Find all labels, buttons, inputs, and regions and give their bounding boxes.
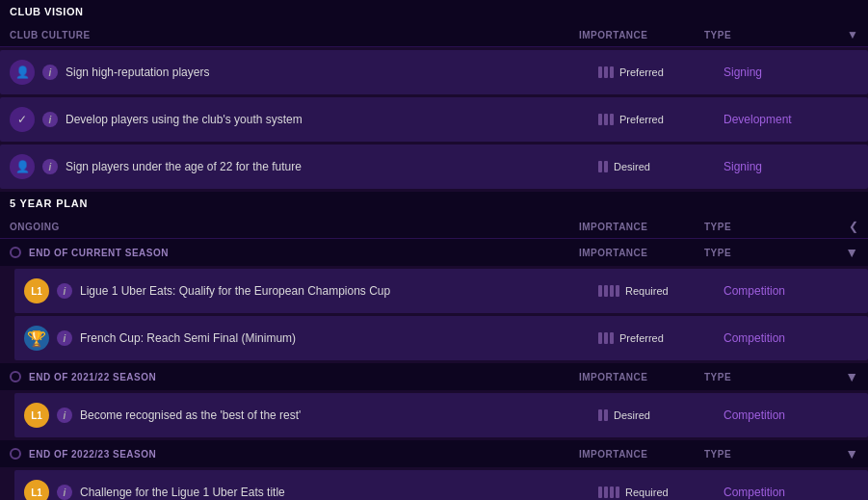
ligue1-icon-2122: L1 <box>24 403 49 428</box>
culture-importance-2: Preferred <box>598 114 723 125</box>
bar <box>598 161 602 172</box>
season-row-label-2: French Cup: Reach Semi Final (Minimum) <box>80 331 598 345</box>
culture-label-2: Develop players using the club's youth s… <box>66 113 598 126</box>
culture-row-3: 👤 i Sign players under the age of 22 for… <box>0 145 868 189</box>
season-2122-type: Competition <box>723 408 858 422</box>
season-row-2: 🏆 i French Cup: Reach Semi Final (Minimu… <box>14 316 868 360</box>
bar <box>616 285 619 297</box>
season-2223-rows: L1 i Challenge for the Ligue 1 Uber Eats… <box>0 470 868 500</box>
current-season-section: END OF CURRENT SEASON IMPORTANCE TYPE ▼ … <box>0 239 868 360</box>
bar <box>604 66 608 78</box>
culture-row-1: 👤 i Sign high-reputation players Preferr… <box>0 50 868 94</box>
importance-text-1: Preferred <box>619 66 664 78</box>
season-2223-type-col: TYPE <box>704 449 839 460</box>
bar <box>604 114 608 125</box>
french-cup-icon: 🏆 <box>24 326 49 351</box>
season-2223-type: Competition <box>723 486 858 499</box>
season-2122-importance: Desired <box>598 409 723 421</box>
season-2122-row-1: L1 i Become recognised as the 'best of t… <box>14 393 868 437</box>
bar <box>610 66 614 78</box>
bar <box>604 285 608 297</box>
bar <box>610 332 614 344</box>
current-season-dot <box>10 247 21 258</box>
bar <box>610 487 614 498</box>
importance-text-3: Desired <box>614 161 650 172</box>
ongoing-label: ONGOING <box>10 222 579 232</box>
bar <box>598 487 602 498</box>
culture-type-3: Signing <box>723 160 858 173</box>
importance-bars-1 <box>598 66 614 78</box>
club-culture-chevron[interactable]: ▼ <box>839 28 858 41</box>
ongoing-importance-col: IMPORTANCE <box>579 222 704 232</box>
season-2223-imp-col: IMPORTANCE <box>579 449 704 460</box>
season-2223-row-1: L1 i Challenge for the Ligue 1 Uber Eats… <box>14 470 868 500</box>
bar <box>598 285 602 297</box>
culture-importance-1: Preferred <box>598 66 723 78</box>
club-culture-label: CLUB CULTURE <box>10 30 579 40</box>
info-icon-2223[interactable]: i <box>57 485 72 500</box>
culture-label-1: Sign high-reputation players <box>66 66 598 79</box>
season-bars-1 <box>598 285 619 297</box>
season-importance-2: Preferred <box>598 332 723 344</box>
club-culture-header: CLUB CULTURE IMPORTANCE TYPE ▼ <box>0 23 868 47</box>
season-2223-importance: Required <box>598 487 723 498</box>
current-season-imp-col: IMPORTANCE <box>579 248 704 258</box>
importance-bars-3 <box>598 161 608 172</box>
youth-icon: ✓ <box>10 107 35 132</box>
ongoing-chevron[interactable]: ❮ <box>839 220 858 233</box>
bar <box>604 487 608 498</box>
bar <box>610 114 614 125</box>
info-icon-2[interactable]: i <box>42 112 58 127</box>
ongoing-header: ONGOING IMPORTANCE TYPE ❮ <box>0 215 868 239</box>
person-icon-3: 👤 <box>10 154 35 179</box>
season-2122-imp-text: Desired <box>614 409 650 421</box>
bar <box>610 285 614 297</box>
season-2122-section: END OF 2021/22 SEASON IMPORTANCE TYPE ▼ … <box>0 363 868 437</box>
importance-text-2: Preferred <box>619 114 664 125</box>
info-icon-3[interactable]: i <box>42 159 58 174</box>
bar <box>598 332 602 344</box>
culture-type-2: Development <box>723 113 858 126</box>
season-2122-imp-col: IMPORTANCE <box>579 372 704 382</box>
season-2223-bars <box>598 487 619 498</box>
culture-importance-3: Desired <box>598 161 723 172</box>
bar <box>616 487 619 498</box>
ligue1-icon-1: L1 <box>24 278 49 303</box>
info-icon-s2[interactable]: i <box>57 330 72 346</box>
season-bars-2 <box>598 332 614 344</box>
season-type-1: Competition <box>723 284 858 298</box>
season-2122-type-col: TYPE <box>704 372 839 382</box>
culture-type-1: Signing <box>723 66 858 79</box>
bar <box>604 332 608 344</box>
season-2122-rows: L1 i Become recognised as the 'best of t… <box>0 393 868 437</box>
current-season-chevron[interactable]: ▼ <box>839 245 858 260</box>
bar <box>598 409 602 421</box>
importance-bars-2 <box>598 114 614 125</box>
bar <box>598 114 602 125</box>
season-importance-1: Required <box>598 285 723 297</box>
info-icon-s1[interactable]: i <box>57 283 72 299</box>
season-2122-chevron[interactable]: ▼ <box>839 369 858 384</box>
season-2223-imp-text: Required <box>625 487 669 498</box>
season-2223-section: END OF 2022/23 SEASON IMPORTANCE TYPE ▼ … <box>0 440 868 500</box>
season-2223-row-label: Challenge for the Ligue 1 Uber Eats titl… <box>80 486 598 499</box>
season-2223-label: END OF 2022/23 SEASON <box>29 449 579 460</box>
season-row-1: L1 i Ligue 1 Uber Eats: Qualify for the … <box>14 269 868 313</box>
ongoing-type-col: TYPE <box>704 222 839 232</box>
season-imp-text-1: Required <box>625 285 669 297</box>
current-season-label: END OF CURRENT SEASON <box>29 248 579 258</box>
season-2223-dot <box>10 448 21 460</box>
season-row-label-1: Ligue 1 Uber Eats: Qualify for the Europ… <box>80 284 598 298</box>
season-imp-text-2: Preferred <box>619 332 664 344</box>
season-2223-chevron[interactable]: ▼ <box>839 446 858 461</box>
season-2122-row-label: Become recognised as the 'best of the re… <box>80 408 598 422</box>
culture-label-3: Sign players under the age of 22 for the… <box>66 160 598 173</box>
five-year-plan-title: 5 YEAR PLAN <box>0 192 868 215</box>
club-culture-type-col: TYPE <box>704 30 839 40</box>
club-culture-importance-col: IMPORTANCE <box>579 30 704 40</box>
page-container: CLUB VISION CLUB CULTURE IMPORTANCE TYPE… <box>0 0 868 500</box>
info-icon-1[interactable]: i <box>42 65 58 80</box>
info-icon-2122[interactable]: i <box>57 408 72 423</box>
current-season-rows: L1 i Ligue 1 Uber Eats: Qualify for the … <box>0 269 868 360</box>
bar <box>604 161 608 172</box>
